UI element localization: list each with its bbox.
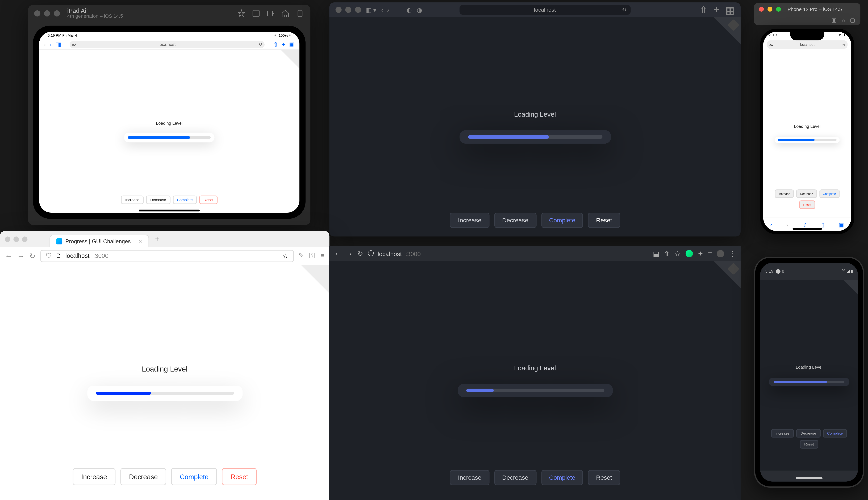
- increase-button[interactable]: Increase: [771, 429, 794, 438]
- back-icon[interactable]: ←: [5, 251, 12, 260]
- pin-icon[interactable]: [237, 9, 245, 18]
- new-tab-button[interactable]: +: [151, 235, 163, 243]
- screenshot-icon[interactable]: [252, 9, 260, 18]
- info-icon[interactable]: ⓘ: [368, 249, 374, 258]
- complete-button[interactable]: Complete: [173, 195, 197, 204]
- back-icon[interactable]: ‹: [770, 221, 772, 228]
- decrease-button[interactable]: Decrease: [796, 429, 820, 438]
- profile-avatar[interactable]: [717, 250, 724, 257]
- rotate-icon[interactable]: [296, 9, 304, 18]
- install-icon[interactable]: ⬓: [653, 250, 659, 258]
- decrease-button[interactable]: Decrease: [121, 468, 166, 485]
- chrome-url-field[interactable]: ⓘ localhost:3000: [368, 249, 648, 258]
- eyedropper-icon[interactable]: ✎: [299, 252, 304, 260]
- reader-aa-icon[interactable]: AA: [769, 43, 773, 46]
- complete-button[interactable]: Complete: [819, 190, 840, 198]
- close-tab-icon[interactable]: ×: [139, 238, 142, 245]
- reset-button[interactable]: Reset: [222, 468, 257, 485]
- home-indicator[interactable]: [796, 477, 823, 479]
- ipad-url-field[interactable]: AA localhost ↻: [69, 41, 265, 48]
- extensions-icon[interactable]: ✦: [698, 250, 703, 258]
- increase-button[interactable]: Increase: [121, 195, 144, 204]
- appearance-icon[interactable]: ◑: [417, 7, 422, 13]
- traffic-lights[interactable]: [759, 7, 781, 12]
- reading-list-icon[interactable]: ≡: [708, 250, 712, 257]
- shield-icon[interactable]: ◐: [407, 7, 412, 13]
- minimize-dot[interactable]: [345, 7, 351, 13]
- zoom-dot[interactable]: [22, 236, 27, 242]
- reset-button[interactable]: Reset: [199, 195, 218, 204]
- ipad-titlebar[interactable]: iPad Air 4th generation – iOS 14.5: [28, 5, 310, 22]
- reset-button[interactable]: Reset: [588, 213, 620, 228]
- reset-button[interactable]: Reset: [800, 440, 818, 448]
- more-icon[interactable]: ⋮: [729, 250, 736, 258]
- complete-button[interactable]: Complete: [541, 213, 583, 228]
- screenshot-icon[interactable]: ▣: [831, 17, 837, 23]
- share-icon[interactable]: ⇧: [802, 221, 807, 228]
- sidebar-icon[interactable]: ▥: [55, 41, 61, 48]
- complete-button[interactable]: Complete: [541, 470, 583, 485]
- minimize-dot[interactable]: [44, 10, 50, 16]
- zoom-dot[interactable]: [776, 7, 781, 12]
- home-indicator[interactable]: [139, 209, 200, 212]
- rotate-icon[interactable]: ▢: [850, 17, 856, 23]
- reset-button[interactable]: Reset: [800, 201, 815, 209]
- minimize-dot[interactable]: [767, 7, 772, 12]
- menu-icon[interactable]: ≡: [321, 252, 324, 260]
- close-dot[interactable]: [5, 236, 10, 242]
- record-icon[interactable]: [266, 9, 275, 18]
- bookmark-star-icon[interactable]: ☆: [283, 252, 288, 259]
- bookmarks-icon[interactable]: ▯: [821, 221, 824, 228]
- new-tab-icon[interactable]: +: [282, 41, 285, 48]
- share-icon[interactable]: ⇧: [699, 4, 707, 16]
- zoom-dot[interactable]: [54, 10, 60, 16]
- complete-button[interactable]: Complete: [823, 429, 847, 438]
- forward-icon[interactable]: ›: [50, 41, 52, 48]
- share-icon[interactable]: ⇧: [273, 41, 278, 48]
- bookmark-star-icon[interactable]: ☆: [674, 250, 681, 258]
- iphone-url-field[interactable]: AA localhost ↻: [767, 40, 848, 49]
- shield-icon[interactable]: 🛡: [46, 252, 52, 259]
- tabs-icon[interactable]: ▣: [289, 41, 295, 48]
- close-dot[interactable]: [335, 7, 342, 13]
- decrease-button[interactable]: Decrease: [796, 190, 817, 198]
- forward-icon[interactable]: ›: [387, 6, 389, 13]
- zoom-dot[interactable]: [355, 7, 361, 13]
- share-icon[interactable]: ⇧: [664, 250, 670, 258]
- home-icon[interactable]: ⌂: [842, 17, 845, 23]
- sidebar-icon[interactable]: ▥ ▾: [366, 7, 376, 13]
- close-dot[interactable]: [34, 10, 40, 16]
- decrease-button[interactable]: Decrease: [494, 213, 536, 228]
- traffic-lights[interactable]: [34, 10, 60, 16]
- extension-icon[interactable]: [685, 250, 693, 257]
- tabs-icon[interactable]: ▣: [839, 221, 844, 228]
- increase-button[interactable]: Increase: [450, 470, 489, 485]
- home-icon[interactable]: [281, 9, 289, 18]
- traffic-lights[interactable]: [5, 236, 32, 242]
- back-icon[interactable]: ‹: [381, 6, 384, 13]
- forward-icon[interactable]: →: [17, 251, 24, 260]
- home-indicator[interactable]: [792, 228, 822, 230]
- close-dot[interactable]: [759, 7, 764, 12]
- decrease-button[interactable]: Decrease: [494, 470, 536, 485]
- decrease-button[interactable]: Decrease: [146, 195, 170, 204]
- reader-aa-icon[interactable]: AA: [72, 43, 76, 46]
- reload-icon[interactable]: ↻: [622, 7, 627, 13]
- back-icon[interactable]: ←: [334, 250, 341, 258]
- reload-icon[interactable]: ↻: [29, 251, 35, 260]
- increase-button[interactable]: Increase: [450, 213, 489, 228]
- reload-icon[interactable]: ↻: [842, 43, 845, 47]
- back-icon[interactable]: ‹: [44, 41, 46, 48]
- key-icon[interactable]: ⚿: [309, 252, 316, 260]
- reload-icon[interactable]: ↻: [357, 250, 363, 258]
- minimize-dot[interactable]: [13, 236, 19, 242]
- increase-button[interactable]: Increase: [775, 190, 794, 198]
- tabs-icon[interactable]: ▦: [725, 4, 734, 16]
- traffic-lights[interactable]: [335, 7, 361, 13]
- browser-tab[interactable]: Progress | GUI Challenges ×: [49, 235, 149, 247]
- reset-button[interactable]: Reset: [588, 470, 620, 485]
- forward-icon[interactable]: →: [346, 250, 353, 258]
- firefox-url-field[interactable]: 🛡 🗋 localhost:3000 ☆: [40, 250, 294, 262]
- new-tab-icon[interactable]: +: [713, 4, 719, 16]
- safari-url-field[interactable]: localhost ↻: [459, 5, 630, 14]
